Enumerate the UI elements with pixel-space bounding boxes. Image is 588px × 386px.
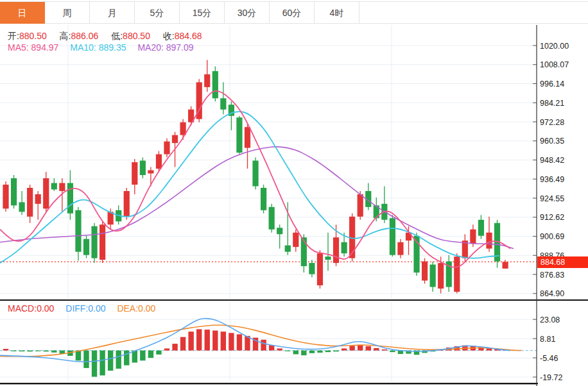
macd-bar — [99, 351, 105, 376]
tab-30min[interactable]: 30分 — [225, 2, 270, 24]
candle-body — [478, 220, 484, 236]
macd-bar — [349, 346, 354, 350]
tab-month[interactable]: 月 — [90, 2, 135, 24]
tab-60min[interactable]: 60分 — [270, 2, 315, 24]
macd-bar — [309, 351, 315, 353]
high-label: 高: — [60, 31, 71, 41]
candle-body — [309, 263, 315, 274]
macd-bar — [293, 351, 298, 355]
candle-body — [220, 98, 226, 109]
dea-value: DEA:0.00 — [117, 303, 155, 314]
macd-bar — [92, 351, 97, 377]
candle-body — [430, 265, 436, 287]
candle-body — [486, 233, 492, 249]
macd-bar — [374, 348, 379, 351]
macd-bar — [83, 351, 89, 368]
candle-body — [261, 188, 266, 210]
macd-bar — [317, 351, 322, 353]
macd-ytick: 23.08 — [540, 315, 560, 324]
candle-body — [19, 202, 25, 212]
macd-bar — [390, 351, 395, 353]
macd-bar — [342, 348, 347, 350]
macd-bar — [333, 351, 338, 352]
candle-body — [3, 185, 8, 208]
main-ytick: 912.62 — [540, 213, 564, 222]
macd-bar — [3, 349, 8, 351]
low-label: 低: — [111, 31, 123, 41]
period-tabbar: 日 周 月 5分 15分 30分 60分 4时 — [0, 1, 588, 24]
main-ytick: 972.28 — [540, 118, 564, 127]
candle-body — [11, 178, 17, 205]
main-ytick: 924.55 — [540, 194, 564, 203]
current-price-badge: 884.68 — [537, 256, 588, 268]
ma5-readout: MA5: 894.97 — [8, 42, 58, 53]
candle-body — [43, 178, 49, 208]
main-ytick: 1008.07 — [540, 60, 569, 69]
macd-ytick: -19.72 — [540, 373, 562, 382]
macd-bar — [156, 351, 161, 355]
tab-day[interactable]: 日 — [0, 2, 45, 24]
candle-body — [470, 230, 476, 244]
trading-chart-app: 日 周 月 5分 15分 30分 60分 4时 开:880.50 高:886.0… — [0, 0, 588, 386]
candle-body — [317, 253, 323, 285]
main-ytick: 1020.00 — [540, 42, 569, 51]
candle-body — [245, 127, 250, 147]
macd-ytick: -5.46 — [540, 354, 558, 363]
macd-bar — [116, 351, 121, 369]
macd-bar — [366, 346, 371, 351]
candle-body — [67, 183, 73, 213]
macd-ytick: 8.81 — [540, 335, 555, 344]
macd-bar — [301, 351, 306, 356]
macd-bar — [196, 329, 202, 350]
macd-bar — [188, 331, 193, 350]
main-ytick: 960.35 — [540, 137, 564, 146]
macd-bar — [108, 351, 113, 371]
macd-bar — [237, 334, 242, 350]
macd-bar — [277, 348, 282, 350]
candle-body — [325, 256, 331, 260]
candle-body — [277, 228, 282, 234]
main-ytick: 996.14 — [540, 80, 564, 88]
candle-body — [51, 183, 57, 189]
macd-bar — [27, 351, 32, 352]
diff-value: DIFF:0.00 — [65, 303, 105, 314]
macd-bar — [261, 340, 266, 351]
candle-body — [75, 210, 81, 252]
candle-body — [333, 237, 339, 263]
candle-body — [397, 242, 403, 255]
ma20-readout: MA20: 897.09 — [137, 42, 193, 53]
candle-body — [124, 191, 130, 217]
candle-body — [59, 183, 65, 190]
macd-bar — [44, 351, 49, 352]
tab-week[interactable]: 周 — [45, 2, 90, 24]
macd-bar — [51, 351, 56, 353]
macd-bar — [221, 331, 226, 350]
high-value: 886.06 — [71, 31, 99, 41]
macd-bar — [35, 351, 40, 351]
candle-body — [252, 161, 258, 187]
candle-body — [164, 142, 169, 155]
candle-body — [35, 194, 41, 204]
tab-15min[interactable]: 15分 — [180, 2, 225, 24]
macd-bar — [180, 337, 186, 351]
main-ytick: 936.49 — [540, 175, 564, 184]
candle-body — [27, 188, 33, 217]
candle-body — [99, 224, 105, 260]
candlestick-chart[interactable]: 1020.001008.07996.14984.21972.28960.3594… — [0, 0, 588, 386]
candle-body — [454, 256, 460, 292]
candle-body — [342, 242, 347, 253]
macd-bar — [11, 351, 16, 351]
main-ytick: 948.42 — [540, 156, 564, 165]
macd-bar — [172, 344, 177, 351]
tab-4hour[interactable]: 4时 — [315, 2, 359, 24]
ma-readout: MA5: 894.97 MA10: 889.35 MA20: 897.09 — [8, 42, 194, 53]
candle-body — [358, 194, 363, 217]
ohlc-readout: 开:880.50 高:886.06 低:880.50 收:884.68 — [8, 31, 212, 42]
open-label: 开: — [8, 31, 19, 41]
tab-5min[interactable]: 5分 — [135, 2, 180, 24]
candle-body — [156, 155, 162, 169]
main-ytick: 984.21 — [540, 99, 564, 108]
candle-body — [438, 263, 444, 289]
candle-body — [390, 218, 395, 255]
macd-bar — [19, 351, 24, 351]
